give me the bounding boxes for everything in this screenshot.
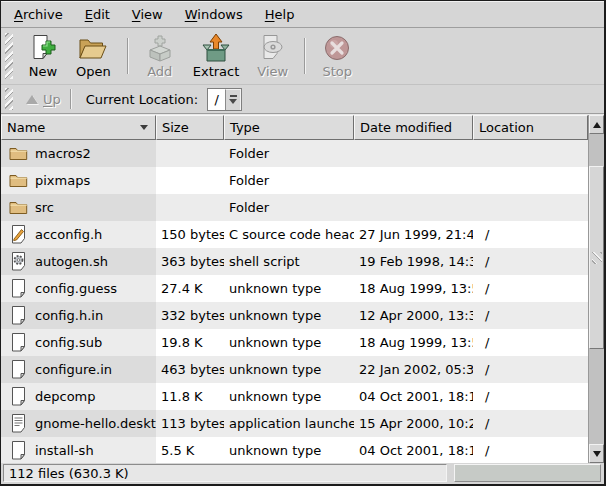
file-icon: [8, 306, 28, 325]
file-icon: [8, 279, 28, 298]
scrollbar-trough[interactable]: [589, 134, 604, 444]
file-list-header: NameSizeTypeDate modifiedLocation: [1, 115, 588, 140]
table-row[interactable]: config.guess27.4 Kunknown type18 Aug 199…: [1, 275, 588, 302]
date-modified-cell: 22 Jan 2002, 05:35: [354, 356, 473, 383]
location-cell: /: [473, 302, 588, 329]
add-files-icon: [145, 32, 175, 63]
date-modified-cell: 19 Feb 1998, 14:31: [354, 248, 473, 275]
name-cell: pixmaps: [1, 167, 156, 194]
file-icon: [8, 360, 28, 379]
location-bar-drag-handle[interactable]: [5, 88, 13, 110]
file-name: macros2: [35, 146, 91, 161]
name-cell: config.guess: [1, 275, 156, 302]
column-header-size[interactable]: Size: [156, 115, 224, 140]
column-header-name[interactable]: Name: [1, 115, 156, 140]
date-modified-cell: 12 Apr 2000, 13:36: [354, 302, 473, 329]
table-row[interactable]: config.sub19.8 Kunknown type18 Aug 1999,…: [1, 329, 588, 356]
type-cell: unknown type: [224, 383, 354, 410]
scroll-up-button[interactable]: [589, 115, 604, 134]
column-header-date-modified[interactable]: Date modified: [354, 115, 473, 140]
name-cell: config.sub: [1, 329, 156, 356]
file-name: pixmaps: [35, 173, 90, 188]
size-cell: 150 bytes: [156, 221, 224, 248]
statusbar: 112 files (630.3 K): [1, 463, 604, 484]
location-cell: /: [473, 248, 588, 275]
date-modified-cell: 04 Oct 2001, 18:12: [354, 437, 473, 463]
vertical-scrollbar[interactable]: [588, 115, 604, 463]
table-row[interactable]: autogen.sh363 bytesshell script19 Feb 19…: [1, 248, 588, 275]
size-cell: [156, 167, 224, 194]
size-cell: [156, 194, 224, 221]
type-cell: unknown type: [224, 437, 354, 463]
combo-dropdown-icon[interactable]: [225, 89, 241, 110]
open-archive-icon: [77, 32, 109, 63]
toolbar-separator: [127, 38, 129, 74]
current-location-combo[interactable]: /: [207, 88, 242, 111]
table-row[interactable]: config.h.in332 bytesunknown type12 Apr 2…: [1, 302, 588, 329]
folder-icon: [8, 146, 28, 161]
up-button: Up: [19, 90, 68, 109]
toolbar-drag-handle[interactable]: [5, 33, 13, 79]
toolbar-button-label: View: [257, 64, 288, 79]
file-edit-icon: [8, 225, 28, 244]
add-button: Add: [136, 29, 184, 83]
type-cell: shell script: [224, 248, 354, 275]
location-cell: /: [473, 221, 588, 248]
location-bar-separator: [70, 89, 72, 109]
location-cell: [473, 140, 588, 167]
file-name: config.h.in: [35, 308, 103, 323]
menu-view[interactable]: View: [121, 2, 174, 27]
current-location-label: Current Location:: [86, 92, 198, 107]
menu-edit[interactable]: Edit: [74, 2, 121, 27]
table-row[interactable]: pixmapsFolder: [1, 167, 588, 194]
size-cell: 363 bytes: [156, 248, 224, 275]
table-row[interactable]: acconfig.h150 bytesC source code header2…: [1, 221, 588, 248]
column-header-type[interactable]: Type: [224, 115, 354, 140]
toolbar-button-label: New: [29, 64, 57, 79]
date-modified-cell: 15 Apr 2000, 10:21: [354, 410, 473, 437]
scrollbar-thumb[interactable]: [589, 166, 604, 349]
table-row[interactable]: install-sh5.5 Kunknown type04 Oct 2001, …: [1, 437, 588, 463]
location-cell: [473, 167, 588, 194]
type-cell: unknown type: [224, 356, 354, 383]
file-script-icon: [8, 252, 28, 271]
file-name: acconfig.h: [35, 227, 102, 242]
menu-help[interactable]: Help: [254, 2, 306, 27]
scroll-up-icon: [593, 122, 601, 128]
scroll-down-button[interactable]: [589, 444, 604, 463]
toolbar-button-label: Extract: [193, 64, 240, 79]
sort-down-arrow-icon: [140, 125, 148, 130]
size-cell: 113 bytes: [156, 410, 224, 437]
name-cell: acconfig.h: [1, 221, 156, 248]
menu-archive[interactable]: Archive: [3, 2, 74, 27]
table-row[interactable]: depcomp11.8 Kunknown type04 Oct 2001, 18…: [1, 383, 588, 410]
file-name: autogen.sh: [35, 254, 108, 269]
extract-icon: [200, 32, 232, 63]
new-button[interactable]: New: [19, 29, 67, 83]
location-cell: /: [473, 275, 588, 302]
date-modified-cell: [354, 194, 473, 221]
open-button[interactable]: Open: [67, 29, 120, 83]
table-row[interactable]: srcFolder: [1, 194, 588, 221]
date-modified-cell: [354, 167, 473, 194]
stop-button: Stop: [313, 29, 361, 83]
menubar: ArchiveEditViewWindowsHelp: [1, 1, 604, 28]
column-header-location[interactable]: Location: [473, 115, 588, 140]
scrollbar-thumb-grip: [592, 252, 602, 264]
date-modified-cell: 18 Aug 1999, 13:53: [354, 275, 473, 302]
type-cell: Folder: [224, 194, 354, 221]
date-modified-cell: 18 Aug 1999, 13:53: [354, 329, 473, 356]
toolbar-button-label: Open: [76, 64, 111, 79]
toolbar: NewOpenAddExtractViewStop: [1, 28, 604, 85]
file-icon: [8, 441, 28, 460]
date-modified-cell: 04 Oct 2001, 18:12: [354, 383, 473, 410]
folder-icon: [8, 200, 28, 215]
file-icon: [8, 387, 28, 406]
status-text: 112 files (630.3 K): [9, 466, 129, 481]
size-cell: 5.5 K: [156, 437, 224, 463]
menu-windows[interactable]: Windows: [174, 2, 254, 27]
extract-button[interactable]: Extract: [184, 29, 249, 83]
table-row[interactable]: gnome-hello.desktop113 bytesapplication …: [1, 410, 588, 437]
table-row[interactable]: macros2Folder: [1, 140, 588, 167]
table-row[interactable]: configure.in463 bytesunknown type22 Jan …: [1, 356, 588, 383]
